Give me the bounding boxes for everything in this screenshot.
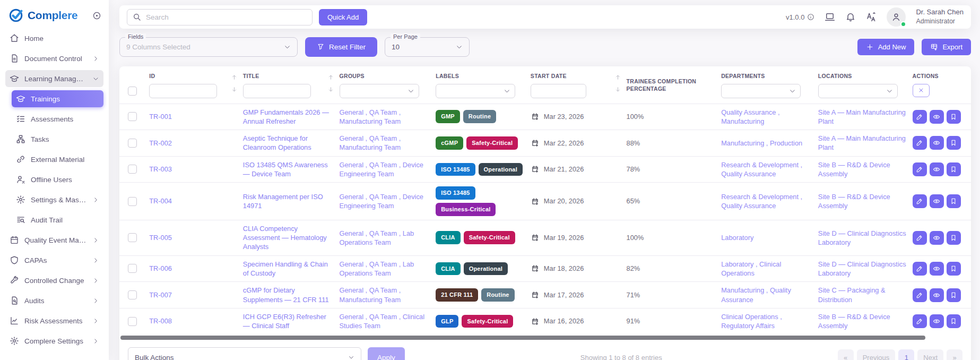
bookmark-button[interactable]	[947, 136, 961, 150]
groups-filter-select[interactable]	[340, 84, 419, 98]
sidebar-item-controlled-change[interactable]: Controlled Change	[5, 272, 103, 289]
bookmark-button[interactable]	[947, 231, 961, 245]
sort-asc-icon[interactable]	[231, 74, 238, 81]
row-title-link[interactable]: Risk Management per ISO 14971	[243, 193, 323, 210]
edit-button[interactable]	[913, 314, 927, 328]
sidebar-item-audits[interactable]: Audits	[5, 292, 103, 309]
row-checkbox[interactable]	[128, 233, 137, 242]
view-button[interactable]	[930, 288, 944, 302]
row-title-link[interactable]: Specimen Handling & Chain of Custody	[243, 260, 328, 277]
bookmark-button[interactable]	[947, 288, 961, 302]
horizontal-scrollbar-thumb[interactable]	[120, 336, 925, 340]
row-checkbox[interactable]	[128, 165, 137, 174]
locations-filter-select[interactable]	[818, 84, 898, 98]
sidebar-item-risk-assessments[interactable]: Risk Assessments	[5, 312, 103, 329]
reset-filter-button[interactable]: Reset Filter	[305, 37, 377, 57]
edit-button[interactable]	[913, 288, 927, 302]
row-title-link[interactable]: CLIA Competency Assessment — Hematology …	[243, 225, 327, 251]
sidebar-item-document-control[interactable]: Document Control	[5, 50, 103, 67]
fields-dropdown[interactable]: Fields 9 Columns Selected	[119, 37, 298, 57]
sidebar-item-capas[interactable]: CAPAs	[5, 252, 103, 269]
translate-icon[interactable]	[866, 12, 877, 22]
bookmark-button[interactable]	[947, 314, 961, 328]
row-id-link[interactable]: TR-002	[149, 139, 172, 147]
row-checkbox[interactable]	[128, 139, 137, 148]
sidebar-collapse-toggle-icon[interactable]	[92, 11, 101, 20]
add-new-button[interactable]: Add New	[857, 39, 915, 55]
bookmark-button[interactable]	[947, 110, 961, 124]
row-id-link[interactable]: TR-008	[149, 317, 172, 325]
row-checkbox[interactable]	[128, 112, 137, 121]
sidebar-item-complere-settings[interactable]: Complere Settings	[5, 332, 103, 349]
bulk-actions-select[interactable]: Bulk Actions	[128, 347, 361, 360]
id-filter-input[interactable]	[149, 84, 217, 98]
sidebar-item-offline-users[interactable]: Offline Users	[12, 171, 103, 188]
sort-asc-icon[interactable]	[327, 74, 334, 81]
row-title-link[interactable]: GMP Fundamentals 2026 — Annual Refresher	[243, 108, 329, 125]
display-mode-icon[interactable]	[825, 12, 835, 22]
export-button[interactable]: Export	[922, 39, 971, 55]
view-button[interactable]	[930, 136, 944, 150]
row-checkbox[interactable]	[128, 317, 137, 326]
sort-asc-icon[interactable]	[614, 74, 621, 81]
labels-filter-select[interactable]	[436, 84, 515, 98]
pagination-previous-button[interactable]: Previous	[857, 349, 896, 360]
view-button[interactable]	[930, 194, 944, 208]
bookmark-button[interactable]	[947, 262, 961, 276]
sidebar-item-tasks[interactable]: Tasks	[12, 131, 103, 148]
bookmark-button[interactable]	[947, 162, 961, 176]
apply-button[interactable]: Apply	[368, 347, 405, 360]
edit-button[interactable]	[913, 162, 927, 176]
pagination-first-button[interactable]: «	[838, 349, 854, 360]
edit-button[interactable]	[913, 110, 927, 124]
user-avatar[interactable]	[887, 7, 906, 27]
row-title-link[interactable]: Aseptic Technique for Cleanroom Operatio…	[243, 134, 311, 151]
bookmark-button[interactable]	[947, 194, 961, 208]
pagination-last-button[interactable]: »	[947, 349, 962, 360]
edit-button[interactable]	[913, 136, 927, 150]
row-checkbox[interactable]	[128, 290, 137, 299]
title-filter-input[interactable]	[243, 84, 311, 98]
row-id-link[interactable]: TR-003	[149, 165, 172, 173]
sidebar-item-assessments[interactable]: Assessments	[12, 110, 103, 127]
departments-filter-select[interactable]	[721, 84, 801, 98]
view-button[interactable]	[930, 231, 944, 245]
sort-desc-icon[interactable]	[231, 86, 238, 93]
row-title-link[interactable]: ISO 13485 QMS Awareness — Device Team	[243, 161, 328, 178]
view-button[interactable]	[930, 162, 944, 176]
row-id-link[interactable]: TR-004	[149, 197, 172, 205]
sidebar-item-settings-master[interactable]: Settings & Master	[12, 191, 103, 208]
per-page-dropdown[interactable]: Per Page 10	[385, 37, 470, 57]
row-checkbox[interactable]	[128, 197, 137, 206]
edit-button[interactable]	[913, 262, 927, 276]
row-title-link[interactable]: cGMP for Dietary Supplements — 21 CFR 11…	[243, 286, 329, 303]
sidebar-item-trainings[interactable]: Trainings	[12, 90, 103, 107]
pagination-page-1-button[interactable]: 1	[898, 349, 914, 360]
view-button[interactable]	[930, 262, 944, 276]
info-icon[interactable]	[807, 13, 814, 21]
sort-desc-icon[interactable]	[614, 86, 621, 93]
sidebar-item-external-material[interactable]: External Material	[12, 151, 103, 168]
row-title-link[interactable]: ICH GCP E6(R3) Refresher — Clinical Staf…	[243, 313, 326, 330]
row-id-link[interactable]: TR-006	[149, 264, 172, 272]
edit-button[interactable]	[913, 194, 927, 208]
edit-button[interactable]	[913, 231, 927, 245]
sidebar-item-audit-trail[interactable]: Audit Trail	[12, 211, 103, 228]
row-id-link[interactable]: TR-001	[149, 113, 172, 121]
brand-logo[interactable]: Complere	[5, 5, 103, 30]
notifications-bell-icon[interactable]	[845, 12, 856, 22]
start-date-filter-input[interactable]	[531, 84, 586, 98]
clear-filters-button[interactable]	[913, 84, 930, 97]
sidebar-item-learning-management[interactable]: Learning Managemen...	[5, 70, 103, 87]
sort-desc-icon[interactable]	[327, 86, 334, 93]
view-button[interactable]	[930, 110, 944, 124]
sidebar-item-quality-event-management[interactable]: Quality Event Manage...	[5, 232, 103, 248]
pagination-next-button[interactable]: Next	[917, 349, 943, 360]
user-meta[interactable]: Dr. Sarah Chen Administrator	[916, 8, 964, 25]
sidebar-item-home[interactable]: Home	[5, 30, 103, 47]
select-all-checkbox[interactable]	[128, 87, 137, 96]
search-input[interactable]	[146, 13, 307, 21]
row-id-link[interactable]: TR-007	[149, 291, 172, 299]
row-id-link[interactable]: TR-005	[149, 234, 172, 242]
row-checkbox[interactable]	[128, 264, 137, 273]
